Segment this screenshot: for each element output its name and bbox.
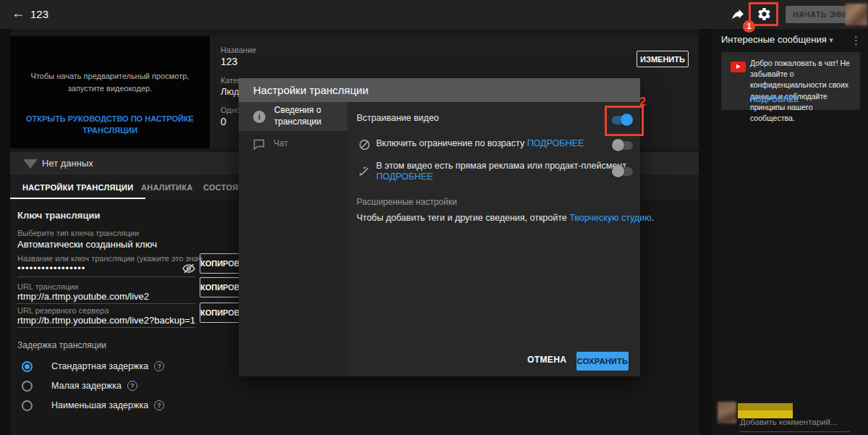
age-restriction-toggle[interactable] xyxy=(612,141,633,150)
age-restriction-label: Включить ограничение по возрасту ПОДРОБН… xyxy=(376,138,584,148)
annotation-badge-1: 1 xyxy=(743,20,755,33)
key-type-label: Выберите тип ключа трансляции xyxy=(17,229,139,237)
cancel-button[interactable]: ОТМЕНА xyxy=(527,355,566,365)
chat-filter-dropdown[interactable]: Интересные сообщения ▾ xyxy=(721,34,833,45)
help-icon[interactable]: ? xyxy=(154,400,164,410)
title-value: 123 xyxy=(221,56,237,67)
advanced-settings-label: Расширенные настройки xyxy=(357,197,457,207)
creator-studio-link[interactable]: Творческую студию xyxy=(569,213,651,223)
embed-video-label: Встраивание видео xyxy=(357,113,439,123)
chat-welcome-text: Добро пожаловать в чат! Не забывайте о к… xyxy=(750,58,855,124)
backup-url-value[interactable]: rtmp://b.rtmp.youtube.com/live2?backup=1 xyxy=(17,315,195,326)
dialog-nav: i Сведения о трансляции Чат xyxy=(239,102,347,376)
age-restriction-learn-more-link[interactable]: ПОДРОБНЕЕ xyxy=(527,138,584,148)
dialog-body: Встраивание видео Включить ограничение п… xyxy=(347,102,640,376)
advanced-settings-text: Чтобы добавить теги и другие сведения, о… xyxy=(357,213,654,223)
annotation-digit-2: 2 xyxy=(639,96,646,109)
radio-unselected[interactable] xyxy=(22,400,33,411)
dialog-title: Настройки трансляции xyxy=(253,78,368,102)
preview-message: Чтобы начать предварительный просмотр, з… xyxy=(25,70,195,95)
edit-button[interactable]: ИЗМЕНИТЬ xyxy=(637,51,689,67)
paid-promotion-toggle[interactable] xyxy=(612,167,633,176)
info-icon: i xyxy=(253,111,265,123)
eye-off-icon[interactable] xyxy=(182,263,195,274)
paid-promotion-label: В этом видео есть прямая реклама или про… xyxy=(376,161,626,171)
stream-key-label: Название или ключ трансляции (укажите эт… xyxy=(17,254,203,263)
stream-settings-dialog: Настройки трансляции i Сведения о трансл… xyxy=(239,78,640,376)
comment-input-underline xyxy=(740,431,850,432)
embed-video-toggle[interactable] xyxy=(612,116,633,124)
chat-learn-more-link[interactable]: ПОДРОБНЕЕ xyxy=(750,95,799,104)
share-icon[interactable] xyxy=(731,7,745,22)
viewers-value: 0 xyxy=(221,116,226,127)
latency-option-low[interactable]: Малая задержка ? xyxy=(22,379,137,393)
help-icon[interactable]: ? xyxy=(154,361,164,371)
latency-option-ultra-low[interactable]: Наименьшая задержка ? xyxy=(22,398,164,413)
stream-title: 123 xyxy=(30,8,48,20)
stream-preview-panel: Чтобы начать предварительный просмотр, з… xyxy=(10,36,210,148)
key-type-select[interactable]: Автоматически созданный ключ xyxy=(17,239,157,250)
status-text: Нет данных xyxy=(42,152,93,174)
stream-url-label: URL трансляции xyxy=(17,282,78,291)
stream-url-value[interactable]: rtmp://a.rtmp.youtube.com/live2 xyxy=(17,291,149,302)
save-button[interactable]: СОХРАНИТЬ xyxy=(576,352,629,371)
chat-sidebar: Интересные сообщения ▾ ⋮ Добро пожаловат… xyxy=(712,29,868,435)
chevron-down-icon: ▾ xyxy=(829,35,833,44)
divider xyxy=(17,303,195,304)
title-label: Название xyxy=(221,46,256,54)
latency-heading: Задержка трансляции xyxy=(17,340,106,350)
chat-welcome-card: Добро пожаловать в чат! Не забывайте о к… xyxy=(721,52,860,110)
divider xyxy=(17,276,195,277)
stream-key-heading: Ключ трансляции xyxy=(17,210,100,221)
divider xyxy=(17,327,195,328)
paid-promotion-learn-more-link[interactable]: ПОДРОБНЕЕ xyxy=(376,172,433,182)
dialog-tab-stream-info[interactable]: i Сведения о трансляции xyxy=(239,102,347,131)
back-arrow-icon[interactable]: ← xyxy=(12,6,25,21)
help-icon[interactable]: ? xyxy=(127,381,137,391)
setup-guide-link[interactable]: ОТКРЫТЬ РУКОВОДСТВО ПО НАСТРОЙКЕ ТРАНСЛЯ… xyxy=(16,114,204,136)
chat-icon xyxy=(253,139,265,150)
youtube-icon xyxy=(731,62,746,72)
tab-analytics[interactable]: АНАЛИТИКА xyxy=(141,174,193,199)
redacted-username xyxy=(738,403,793,418)
dialog-tab-chat[interactable]: Чат xyxy=(239,131,347,157)
no-signal-icon xyxy=(23,159,38,169)
tab-stream-settings[interactable]: НАСТРОЙКИ ТРАНСЛЯЦИИ xyxy=(10,174,145,199)
dialog-header: Настройки трансляции xyxy=(239,78,640,102)
comment-input[interactable]: Добавить комментарий... xyxy=(740,418,838,426)
stream-key-field[interactable]: ••••••••••••••••• xyxy=(17,263,85,274)
radio-unselected[interactable] xyxy=(22,381,33,392)
user-avatar[interactable] xyxy=(846,4,867,25)
top-bar: ← 123 НАЧАТЬ ЭФИР xyxy=(0,0,868,29)
age-restriction-icon xyxy=(359,139,370,151)
paid-promotion-icon xyxy=(359,166,370,177)
radio-selected[interactable] xyxy=(22,361,33,372)
chat-menu-icon[interactable]: ⋮ xyxy=(848,33,864,48)
latency-option-standard[interactable]: Стандартная задержка ? xyxy=(22,359,164,373)
commenter-avatar xyxy=(718,402,736,423)
settings-gear-icon[interactable] xyxy=(757,7,772,22)
backup-url-label: URL резервного сервера xyxy=(17,306,109,315)
